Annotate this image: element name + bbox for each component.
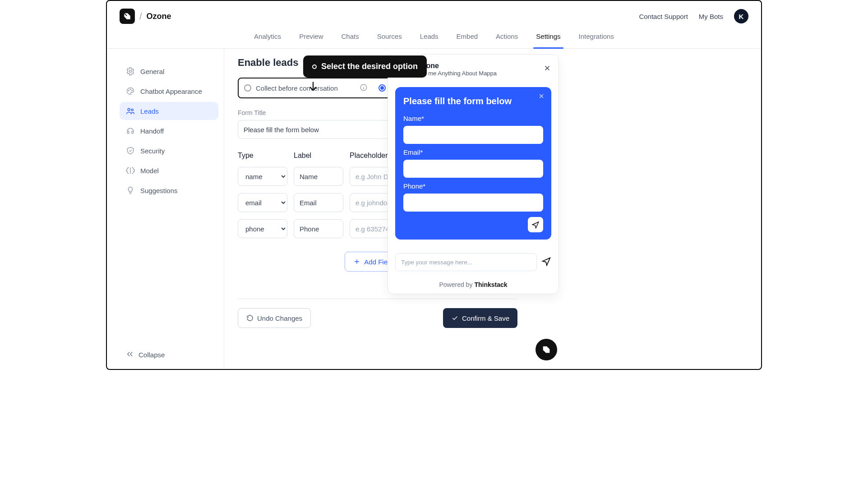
svg-point-4: [128, 108, 130, 111]
svg-point-1: [128, 90, 129, 91]
content: Select the desired option Enable leads C…: [224, 49, 572, 370]
sidebar-item-label: Model: [140, 167, 159, 175]
avatar[interactable]: K: [734, 9, 748, 23]
chat-subtitle: Ask me Anything About Mappa: [417, 70, 497, 77]
chat-form-title: Please fill the form below: [403, 96, 543, 106]
sidebar-item-handoff[interactable]: Handoff: [120, 122, 218, 140]
send-icon: [531, 221, 540, 229]
sidebar-item-label: Suggestions: [140, 187, 178, 194]
chat-field-input[interactable]: [403, 194, 543, 212]
plus-icon: [353, 258, 360, 265]
chat-title: Ozone: [417, 62, 497, 70]
sidebar-item-chatbot-appearance[interactable]: Chatbot Appearance: [120, 82, 218, 100]
bulb-icon: [126, 186, 135, 195]
type-select[interactable]: phone: [238, 219, 287, 238]
sidebar-item-suggestions[interactable]: Suggestions: [120, 181, 218, 199]
shield-icon: [126, 146, 135, 155]
chat-form-submit[interactable]: [528, 217, 543, 232]
powered-by-brand[interactable]: Thinkstack: [474, 281, 507, 288]
brain-icon: [126, 166, 135, 175]
card-close-icon[interactable]: [538, 92, 545, 101]
collapse-sidebar[interactable]: Collapse: [120, 346, 218, 364]
gear-icon: [126, 67, 135, 76]
callout-text: Select the desired option: [321, 62, 418, 71]
sidebar-item-label: Chatbot Appearance: [140, 88, 202, 95]
sidebar-item-label: Security: [140, 147, 165, 155]
chat-field-label: Name*: [403, 115, 543, 122]
tabs: AnalyticsPreviewChatsSourcesLeadsEmbedAc…: [107, 30, 761, 49]
chat-field-input[interactable]: [403, 126, 543, 144]
chat-form-card: Please fill the form below Name*Email*Ph…: [395, 87, 551, 240]
my-bots-link[interactable]: My Bots: [699, 13, 723, 20]
sidebar-item-leads[interactable]: Leads: [120, 102, 218, 120]
sidebar-item-label: General: [140, 68, 164, 75]
tab-leads[interactable]: Leads: [419, 30, 439, 43]
close-icon[interactable]: [543, 64, 551, 74]
col-label: Label: [294, 152, 343, 160]
svg-point-5: [131, 109, 133, 111]
sidebar-item-general[interactable]: General: [120, 62, 218, 80]
collapse-icon: [126, 350, 134, 360]
collapse-label: Collapse: [139, 351, 165, 359]
chat-field-label: Phone*: [403, 182, 543, 190]
undo-label: Undo Changes: [257, 314, 302, 322]
users-icon: [126, 106, 135, 115]
page-title: Ozone: [147, 12, 171, 21]
undo-changes-button[interactable]: Undo Changes: [238, 308, 311, 328]
callout: Select the desired option: [303, 55, 427, 95]
radio-icon: [244, 84, 251, 92]
label-input[interactable]: [294, 193, 343, 212]
tab-settings[interactable]: Settings: [535, 30, 561, 43]
tab-embed[interactable]: Embed: [456, 30, 479, 43]
confirm-save-button[interactable]: Confirm & Save: [443, 308, 517, 328]
refresh-icon: [246, 314, 254, 322]
type-select[interactable]: name: [238, 167, 287, 186]
headset-icon: [126, 126, 135, 135]
tab-preview[interactable]: Preview: [298, 30, 324, 43]
chat-launcher[interactable]: [536, 339, 557, 360]
callout-dot-icon: [312, 65, 317, 69]
sidebar-item-security[interactable]: Security: [120, 142, 218, 160]
svg-point-2: [130, 89, 131, 90]
tab-analytics[interactable]: Analytics: [253, 30, 282, 43]
chat-field-label: Email*: [403, 148, 543, 156]
tab-actions[interactable]: Actions: [495, 30, 519, 43]
svg-point-3: [132, 90, 133, 91]
sidebar-item-label: Handoff: [140, 127, 164, 135]
sidebar-item-model[interactable]: Model: [120, 161, 218, 180]
type-select[interactable]: email: [238, 193, 287, 212]
check-icon: [451, 314, 458, 322]
sidebar-item-label: Leads: [140, 107, 159, 115]
contact-support-link[interactable]: Contact Support: [639, 13, 688, 20]
tab-integrations[interactable]: Integrations: [578, 30, 615, 43]
tab-sources[interactable]: Sources: [376, 30, 403, 43]
powered-by-prefix: Powered by: [439, 281, 472, 288]
breadcrumb-slash: /: [139, 11, 142, 22]
tab-chats[interactable]: Chats: [340, 30, 360, 43]
chat-field-input[interactable]: [403, 160, 543, 178]
send-icon[interactable]: [541, 256, 551, 268]
save-label: Confirm & Save: [462, 314, 509, 322]
sidebar: GeneralChatbot AppearanceLeadsHandoffSec…: [107, 49, 224, 370]
app-logo: [120, 9, 135, 24]
chat-message-input[interactable]: [395, 253, 537, 271]
svg-point-0: [129, 70, 132, 73]
palette-icon: [126, 87, 135, 96]
arrow-down-icon: [307, 80, 319, 93]
label-input[interactable]: [294, 167, 343, 186]
label-input[interactable]: [294, 219, 343, 238]
col-type: Type: [238, 152, 287, 160]
